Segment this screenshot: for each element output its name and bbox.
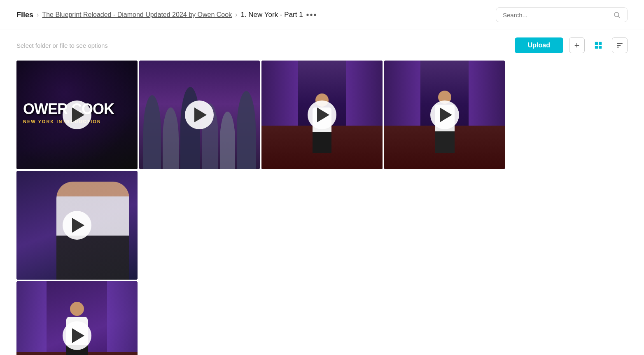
add-folder-button[interactable]	[569, 37, 585, 53]
files-grid-row1: OWER COOK NEW YORK INTRODUCTION	[0, 61, 644, 280]
file-thumb-5[interactable]	[16, 171, 138, 280]
svg-rect-7	[599, 46, 602, 49]
sort-icon	[616, 42, 623, 49]
add-icon	[573, 42, 581, 49]
empty-cell-4	[506, 281, 628, 355]
play-button-6[interactable]	[63, 321, 91, 350]
search-icon	[613, 11, 621, 19]
play-button-5[interactable]	[63, 211, 91, 240]
empty-cell-1	[139, 281, 260, 355]
grid-view-button[interactable]	[590, 37, 606, 53]
empty-cell-3	[384, 281, 505, 355]
breadcrumb-parent-link[interactable]: The Blueprint Reloaded - Diamond Updated…	[42, 11, 232, 19]
svg-rect-5	[599, 42, 602, 45]
breadcrumb-current-label: 1. New York - Part 1	[240, 11, 303, 19]
more-options-button[interactable]: •••	[306, 10, 317, 20]
file-thumb-6[interactable]	[16, 281, 138, 355]
svg-rect-4	[595, 42, 598, 45]
play-button-1[interactable]	[63, 100, 91, 129]
breadcrumb-files-link[interactable]: Files	[16, 11, 33, 19]
upload-button[interactable]: Upload	[515, 37, 563, 53]
svg-rect-6	[595, 46, 598, 49]
svg-line-1	[618, 16, 619, 17]
empty-cell-2	[261, 281, 383, 355]
search-bar	[496, 7, 628, 22]
grid-icon	[594, 41, 603, 50]
search-input[interactable]	[503, 12, 609, 19]
header: Files › The Blueprint Reloaded - Diamond…	[0, 0, 644, 30]
toolbar-hint: Select folder or file to see options	[16, 42, 108, 49]
breadcrumb-sep-2: ›	[235, 11, 237, 19]
file-thumb-3[interactable]	[261, 61, 383, 169]
files-grid-row2	[0, 280, 644, 355]
breadcrumb-sep-1: ›	[37, 11, 39, 19]
file-thumb-2[interactable]	[139, 61, 260, 169]
file-thumb-4[interactable]	[384, 61, 505, 169]
play-button-2[interactable]	[185, 100, 214, 129]
play-button-3[interactable]	[308, 100, 336, 129]
toolbar: Select folder or file to see options Upl…	[0, 30, 644, 61]
breadcrumb: Files › The Blueprint Reloaded - Diamond…	[16, 10, 317, 20]
sort-button[interactable]	[612, 37, 628, 53]
play-button-4[interactable]	[430, 100, 459, 129]
file-thumb-1[interactable]: OWER COOK NEW YORK INTRODUCTION	[16, 61, 138, 169]
toolbar-actions: Upload	[515, 37, 628, 53]
